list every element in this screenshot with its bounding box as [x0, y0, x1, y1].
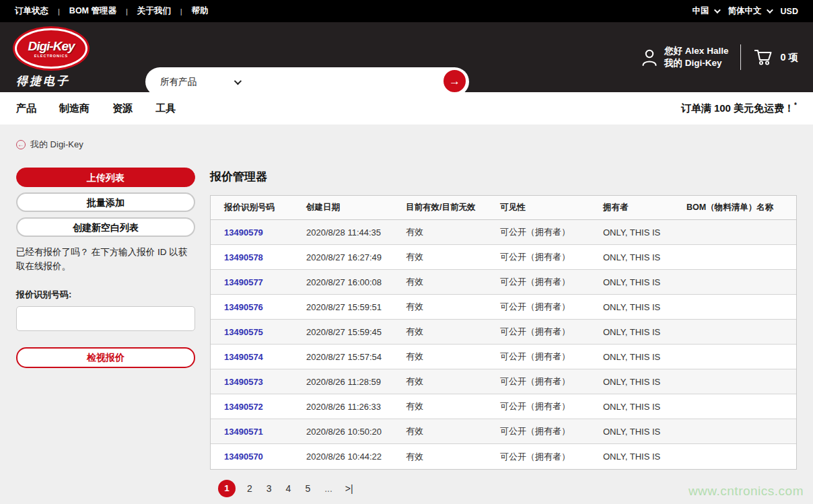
main-nav: 产品制造商资源工具 订单满 100 美元免运费！* [0, 92, 813, 124]
created-date-cell: 2020/8/27 15:57:54 [306, 352, 406, 362]
create-blank-list-button[interactable]: 创建新空白列表 [16, 217, 195, 237]
person-icon [641, 48, 658, 67]
owner-cell: ONLY, THIS IS [603, 277, 686, 287]
bulk-add-button[interactable]: 批量添加 [16, 192, 195, 212]
created-date-cell: 2020/8/28 11:44:35 [306, 227, 406, 238]
visibility-cell: 可公开（拥有者） [500, 276, 603, 288]
table-row: 134905702020/8/26 10:44:22有效可公开（拥有者）ONLY… [211, 444, 796, 469]
page-ellipsis: ... [322, 483, 335, 494]
visibility-cell: 可公开（拥有者） [500, 400, 603, 412]
page-numbers: 2345 [244, 483, 313, 494]
promo-asterisk: * [794, 102, 797, 109]
quote-id-link[interactable]: 13490577 [224, 277, 263, 287]
created-date-cell: 2020/8/26 10:50:20 [306, 427, 406, 437]
table-row: 134905762020/8/27 15:59:51有效可公开（拥有者）ONLY… [211, 295, 796, 320]
greeting: 您好 Alex Halle 我的 Digi-Key [664, 45, 728, 69]
quote-id-link[interactable]: 13490578 [224, 252, 263, 262]
column-header: 可见性 [500, 202, 603, 213]
created-date-cell: 2020/8/27 16:27:49 [306, 252, 406, 262]
visibility-cell: 可公开（拥有者） [500, 451, 603, 463]
quote-id-cell: 13490573 [224, 377, 306, 387]
currency-selector[interactable]: USD [781, 7, 798, 16]
search-category-label: 所有产品 [160, 76, 197, 88]
quote-id-cell: 13490579 [224, 227, 306, 238]
visibility-cell: 可公开（拥有者） [500, 326, 603, 338]
header-divider [740, 44, 741, 70]
status-cell: 有效 [406, 400, 500, 412]
cart-button[interactable]: 0 项 [753, 48, 798, 66]
digikey-logo[interactable]: Digi-Key ELECTRONICS 得捷电子 [15, 28, 96, 89]
view-quote-button[interactable]: 检视报价 [16, 347, 195, 368]
quote-id-cell: 13490571 [224, 427, 306, 437]
page-last-button[interactable]: >| [344, 483, 355, 494]
page-number[interactable]: 3 [264, 483, 275, 494]
watermark: www.cntronics.com [688, 484, 804, 499]
logo-chinese-text: 得捷电子 [16, 73, 96, 89]
quote-id-link[interactable]: 13490575 [224, 327, 263, 337]
header-right: 您好 Alex Halle 我的 Digi-Key 0 项 [641, 22, 798, 92]
search-submit-button[interactable]: → [441, 68, 468, 94]
topbar-separator: | [126, 7, 128, 15]
table-row: 134905732020/8/26 11:28:59有效可公开（拥有者）ONLY… [211, 369, 796, 394]
page-number[interactable]: 5 [302, 483, 313, 494]
quote-id-link[interactable]: 13490574 [224, 352, 263, 362]
owner-cell: ONLY, THIS IS [603, 452, 686, 462]
page-number[interactable]: 4 [283, 483, 294, 494]
breadcrumb-label: 我的 Digi-Key [30, 139, 83, 151]
quote-id-cell: 13490576 [224, 302, 306, 312]
quote-id-link[interactable]: 13490572 [224, 402, 263, 412]
breadcrumb[interactable]: ← 我的 Digi-Key [16, 139, 797, 151]
nav-link[interactable]: 制造商 [59, 102, 90, 115]
status-cell: 有效 [406, 276, 500, 288]
quote-id-link[interactable]: 13490576 [224, 302, 263, 312]
table-body: 134905792020/8/28 11:44:35有效可公开（拥有者）ONLY… [211, 220, 796, 469]
table-header: 报价识别号码创建日期目前有效/目前无效可见性拥有者BOM（物料清单）名称 [211, 196, 796, 220]
cart-icon [753, 48, 773, 66]
arrow-right-icon: → [449, 75, 460, 87]
status-cell: 有效 [406, 375, 500, 388]
table-row: 134905752020/8/27 15:59:45有效可公开（拥有者）ONLY… [211, 320, 796, 345]
nav-items: 产品制造商资源工具 [16, 102, 176, 115]
created-date-cell: 2020/8/26 11:26:33 [306, 402, 406, 412]
chevron-down-icon [767, 7, 773, 13]
topbar-link[interactable]: 关于我们 [137, 5, 171, 17]
language-label: 简体中文 [728, 5, 762, 17]
quote-id-link[interactable]: 13490570 [224, 452, 263, 462]
page-title: 报价管理器 [210, 169, 797, 184]
page-current[interactable]: 1 [218, 480, 236, 497]
topbar-links: 订单状态|BOM 管理器|关于我们|帮助 [15, 5, 209, 17]
quote-id-link[interactable]: 13490571 [224, 427, 263, 437]
created-date-cell: 2020/8/26 11:28:59 [306, 377, 406, 387]
topbar-link[interactable]: 订单状态 [15, 5, 48, 17]
account-menu[interactable]: 您好 Alex Halle 我的 Digi-Key [641, 45, 728, 69]
quote-id-link[interactable]: 13490573 [224, 377, 263, 387]
quote-id-link[interactable]: 13490579 [224, 227, 263, 238]
nav-link[interactable]: 工具 [155, 102, 176, 115]
table-row: 134905772020/8/27 16:00:08有效可公开（拥有者）ONLY… [211, 270, 796, 295]
nav-link[interactable]: 资源 [112, 102, 133, 115]
quote-id-input[interactable] [16, 306, 195, 331]
status-cell: 有效 [406, 326, 500, 338]
visibility-cell: 可公开（拥有者） [500, 351, 603, 363]
topbar-locale: 中国 简体中文 USD [693, 5, 798, 17]
nav-link[interactable]: 产品 [16, 102, 36, 115]
owner-cell: ONLY, THIS IS [603, 352, 686, 362]
site-header: Digi-Key ELECTRONICS 得捷电子 所有产品 → 您好 Alex… [0, 22, 813, 92]
topbar-link[interactable]: 帮助 [192, 5, 209, 17]
table-row: 134905782020/8/27 16:27:49有效可公开（拥有者）ONLY… [211, 245, 796, 270]
page-number[interactable]: 2 [244, 483, 255, 494]
search-input[interactable] [246, 67, 469, 96]
upload-list-button[interactable]: 上传列表 [16, 168, 195, 187]
quote-id-cell: 13490572 [224, 402, 306, 412]
created-date-cell: 2020/8/27 15:59:45 [306, 327, 406, 337]
topbar-link[interactable]: BOM 管理器 [69, 5, 116, 17]
owner-cell: ONLY, THIS IS [603, 402, 686, 412]
language-selector[interactable]: 简体中文 [728, 5, 771, 17]
search-category-dropdown[interactable]: 所有产品 [145, 76, 246, 88]
chevron-down-icon [714, 7, 721, 13]
table-row: 134905792020/8/28 11:44:35有效可公开（拥有者）ONLY… [211, 220, 796, 245]
visibility-cell: 可公开（拥有者） [500, 301, 603, 313]
region-selector[interactable]: 中国 [693, 5, 719, 17]
table-row: 134905722020/8/26 11:26:33有效可公开（拥有者）ONLY… [211, 394, 796, 419]
quote-prompt-text: 已经有报价了吗？ 在下方输入报价 ID 以获取在线报价。 [16, 246, 195, 274]
